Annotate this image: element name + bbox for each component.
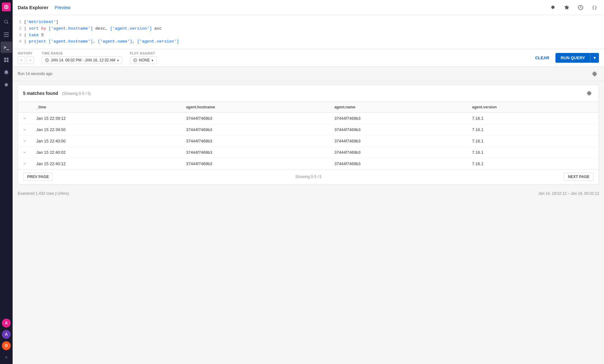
cell-time: Jan 15 22:40:02 — [31, 147, 181, 158]
plot-against-btn[interactable]: NONE ▾ — [130, 56, 157, 64]
time-range-label: TIME RANGE — [42, 52, 122, 55]
avatar-o[interactable]: O — [2, 341, 11, 350]
results-header: 5 matches found (Showing 0-5 / 5) — [18, 85, 599, 102]
cell-time: Jan 15 22:39:12 — [31, 113, 181, 124]
row-expand-btn[interactable] — [18, 136, 31, 147]
settings-icon[interactable] — [549, 3, 557, 12]
examined-text: Examined 1,432 rows (<24ms) — [18, 191, 69, 196]
app-title: Data Explorer — [18, 5, 49, 10]
toolbar-timerange-group: TIME RANGE JAN 14, 06:02 PM - JAN 16, 12… — [42, 52, 122, 64]
plot-none-value: NONE — [139, 58, 150, 62]
table-row[interactable]: Jan 15 22:40:02 37444f7469b3 37444f7469b… — [18, 147, 599, 158]
plot-against-label: PLOT AGAINST — [130, 52, 157, 55]
results-settings-icon[interactable] — [585, 89, 594, 98]
results-area: Run 14 seconds ago 5 matches found (Show… — [13, 67, 604, 364]
cell-version: 7.16.1 — [467, 124, 599, 136]
cell-version: 7.16.1 — [467, 113, 599, 124]
line-number-2: 2 — [18, 26, 21, 32]
row-expand-btn[interactable] — [18, 113, 31, 124]
cell-version: 7.16.1 — [467, 136, 599, 147]
code-icon[interactable]: {} — [590, 3, 599, 12]
avatar-a2[interactable]: A — [2, 330, 11, 339]
cell-hostname: 37444f7469b3 — [181, 124, 329, 136]
cell-time: Jan 15 22:40:00 — [31, 136, 181, 147]
toolbar: HISTORY ‹ › TIME RANGE JAN 14, 06:02 PM … — [13, 49, 604, 67]
results-showing: (Showing 0-5 / 5) — [62, 91, 91, 96]
sidebar: >_ A A O » — [0, 0, 13, 364]
toolbar-history-group: HISTORY ‹ › — [18, 52, 34, 64]
clear-button[interactable]: CLEAR — [533, 54, 552, 62]
row-expand-btn[interactable] — [18, 124, 31, 136]
cell-name: 37444f7469b3 — [329, 136, 467, 147]
sidebar-item-search[interactable] — [1, 16, 12, 28]
table-row[interactable]: Jan 15 22:40:12 37444f7469b3 37444f7469b… — [18, 158, 599, 170]
history-clock-icon — [133, 58, 137, 62]
cell-hostname: 37444f7469b3 — [181, 158, 329, 170]
col-version: agent.version — [467, 102, 599, 113]
run-query-dropdown-arrow[interactable]: ▾ — [590, 53, 599, 63]
line-number-3: 3 — [18, 32, 21, 39]
cell-time: Jan 15 22:40:12 — [31, 158, 181, 170]
query-line-2: 2 | sort by ['agent.hostname'] desc, ['a… — [18, 26, 599, 32]
cell-version: 7.16.1 — [467, 158, 599, 170]
query-line-3: 3 | take 5 — [18, 32, 599, 39]
results-card: 5 matches found (Showing 0-5 / 5) _time … — [18, 85, 599, 184]
history-prev-btn[interactable]: ‹ — [18, 56, 25, 64]
cell-name: 37444f7469b3 — [329, 158, 467, 170]
cell-hostname: 37444f7469b3 — [181, 113, 329, 124]
line-number-1: 1 — [18, 19, 21, 26]
sidebar-item-menu[interactable] — [1, 29, 12, 40]
cell-version: 7.16.1 — [467, 147, 599, 158]
svg-rect-1 — [4, 34, 9, 35]
cell-name: 37444f7469b3 — [329, 147, 467, 158]
toolbar-plot-group: PLOT AGAINST NONE ▾ — [130, 52, 157, 64]
star-icon[interactable] — [562, 3, 571, 12]
table-row[interactable]: Jan 15 22:40:00 37444f7469b3 37444f7469b… — [18, 136, 599, 147]
run-query-button[interactable]: RUN QUERY ▾ — [555, 53, 599, 63]
cell-time: Jan 15 22:39:50 — [31, 124, 181, 136]
pagination: PREV PAGE Showing 0-5 / 5 NEXT PAGE — [18, 169, 599, 184]
results-count-area: 5 matches found (Showing 0-5 / 5) — [23, 90, 91, 96]
cell-name: 37444f7469b3 — [329, 113, 467, 124]
plot-chevron-icon: ▾ — [152, 59, 153, 62]
time-range-btn[interactable]: JAN 14, 06:02 PM - JAN 16, 12:32 AM ▾ — [42, 56, 122, 64]
run-status-bar: Run 14 seconds ago — [13, 67, 604, 81]
row-expand-btn[interactable] — [18, 158, 31, 170]
prev-page-button[interactable]: PREV PAGE — [23, 173, 53, 181]
clock-icon — [45, 58, 49, 62]
query-line-4: 4 | project ['agent.hostname'], ['agent.… — [18, 38, 599, 45]
run-query-label: RUN QUERY — [555, 53, 590, 63]
sidebar-item-gear[interactable] — [1, 79, 12, 91]
cell-name: 37444f7469b3 — [329, 124, 467, 136]
topbar-actions: {} — [549, 3, 599, 12]
cell-hostname: 37444f7469b3 — [181, 147, 329, 158]
sidebar-item-grid[interactable] — [1, 54, 12, 66]
topbar: Data Explorer Preview {} — [13, 0, 604, 15]
query-editor[interactable]: 1 ['metricbeat'] 2 | sort by ['agent.hos… — [13, 15, 604, 49]
table-row[interactable]: Jan 15 22:39:50 37444f7469b3 37444f7469b… — [18, 124, 599, 136]
avatar-a1[interactable]: A — [2, 319, 11, 327]
col-expand — [18, 102, 31, 113]
run-settings-icon[interactable] — [590, 69, 599, 78]
query-line-1: 1 ['metricbeat'] — [18, 19, 599, 26]
results-table: _time agent.hostname agent.name agent.ve… — [18, 102, 599, 169]
preview-link[interactable]: Preview — [55, 5, 71, 10]
app-logo[interactable] — [2, 3, 11, 11]
svg-rect-2 — [4, 36, 9, 37]
history-icon[interactable] — [576, 3, 585, 12]
sidebar-expand-btn[interactable]: » — [1, 353, 12, 361]
row-expand-btn[interactable] — [18, 147, 31, 158]
next-page-button[interactable]: NEXT PAGE — [564, 173, 594, 181]
sidebar-item-bell[interactable] — [1, 67, 12, 78]
history-next-btn[interactable]: › — [26, 56, 34, 64]
sidebar-item-terminal[interactable]: >_ — [1, 42, 12, 53]
date-range-text: Jan 14, 18:02:12 – Jan 16, 00:32:13 — [538, 191, 599, 196]
results-count: 5 matches found — [23, 91, 58, 96]
time-range-value: JAN 14, 06:02 PM - JAN 16, 12:32 AM — [51, 58, 115, 62]
chevron-down-icon: ▾ — [117, 59, 119, 62]
table-header-row: _time agent.hostname agent.name agent.ve… — [18, 102, 599, 113]
run-status-message: Run 14 seconds ago — [18, 72, 52, 76]
history-controls: ‹ › — [18, 56, 34, 64]
table-row[interactable]: Jan 15 22:39:12 37444f7469b3 37444f7469b… — [18, 113, 599, 124]
svg-rect-0 — [4, 32, 9, 33]
